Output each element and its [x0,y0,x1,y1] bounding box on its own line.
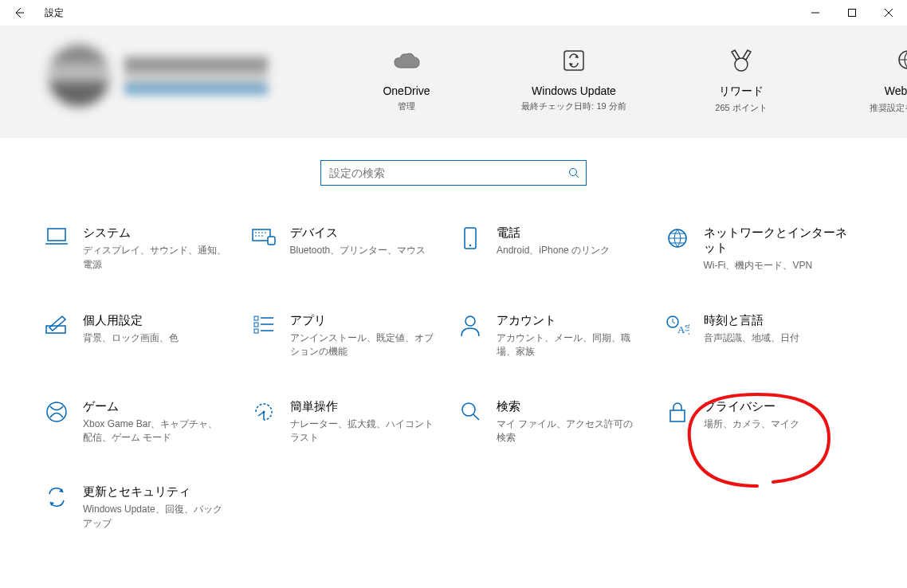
apps-list-icon [247,313,281,334]
xbox-icon [40,399,73,423]
svg-point-19 [47,402,66,421]
sync-arrows-icon [40,484,73,508]
svg-point-21 [462,403,475,416]
svg-point-20 [262,410,265,413]
keyboard-icon [247,225,281,246]
minimize-icon [811,9,819,17]
category-desc: Android、iPhone のリンク [497,244,610,257]
category-privacy[interactable]: プライバシー 場所、カメラ、マイク [661,399,868,445]
globe-icon [661,225,694,249]
tile-desc: 管理 [398,100,415,112]
svg-rect-6 [48,229,65,241]
maximize-icon [848,9,856,17]
svg-rect-14 [254,323,258,327]
settings-window: 設定 OneDrive 管理 [0,0,907,588]
category-label: 個人用設定 [83,313,179,328]
maximize-button[interactable] [834,0,870,25]
category-desc: 音声認識、地域、日付 [704,331,799,345]
category-label: デバイス [290,225,426,241]
tile-label: リワード [719,84,764,99]
svg-text:A字: A字 [677,323,689,335]
category-personalization[interactable]: 個人用設定 背景、ロック画面、色 [40,313,247,359]
close-button[interactable] [870,0,907,25]
window-controls [797,0,907,25]
search-icon [562,167,586,178]
category-search[interactable]: 検索 マイ ファイル、アクセス許可の検索 [454,399,661,445]
category-phone[interactable]: 電話 Android、iPhone のリンク [454,225,661,272]
category-desc: アカウント、メール、同期、職場、家族 [497,331,640,359]
svg-point-5 [570,169,577,176]
svg-point-10 [469,245,471,246]
pen-icon [40,313,73,335]
category-label: 検索 [497,399,640,414]
search-input[interactable] [321,167,562,179]
sync-icon [563,45,585,76]
category-time-language[interactable]: A字 時刻と言語 音声認識、地域、日付 [661,313,868,359]
category-desc: ナレーター、拡大鏡、ハイコントラスト [290,417,434,445]
svg-rect-13 [254,316,258,320]
category-system[interactable]: システム ディスプレイ、サウンド、通知、電源 [40,225,247,272]
category-label: アカウント [497,313,640,328]
category-apps[interactable]: アプリ アンインストール、既定値、オプションの機能 [247,313,454,359]
tile-label: Web 閲覧 [885,84,907,99]
category-desc: Xbox Game Bar、キャプチャ、配信、ゲーム モード [83,417,226,445]
category-accounts[interactable]: アカウント アカウント、メール、同期、職場、家族 [454,313,661,359]
laptop-icon [40,225,73,246]
svg-point-2 [735,58,748,71]
window-title: 設定 [38,6,64,20]
category-label: ネットワークとインターネット [704,225,847,256]
svg-rect-8 [268,237,275,245]
category-label: システム [83,225,226,241]
minimize-button[interactable] [797,0,834,25]
tile-web-browsing[interactable]: Web 閲覧 推奨設定を復元する [853,45,907,114]
category-desc: 場所、カメラ、マイク [704,417,799,431]
cloud-icon [393,45,420,76]
avatar [48,45,110,107]
search-icon [454,399,487,421]
tile-desc: 最終チェック日時: 19 分前 [521,100,626,112]
search-box[interactable] [320,160,587,186]
category-label: プライバシー [704,399,799,414]
search-wrap [0,160,907,186]
profile-name [124,57,268,95]
header-area: OneDrive 管理 Windows Update 最終チェック日時: 19 … [0,25,907,138]
category-desc: アンインストール、既定値、オプションの機能 [290,331,434,359]
tile-onedrive[interactable]: OneDrive 管理 [351,45,462,114]
category-ease-of-access[interactable]: 簡単操作 ナレーター、拡大鏡、ハイコントラスト [247,399,454,445]
person-icon [454,313,487,337]
category-label: ゲーム [83,399,226,414]
tile-label: Windows Update [532,84,616,97]
category-grid: システム ディスプレイ、サウンド、通知、電源 デバイス Bluetooth、プリ… [0,186,907,531]
category-gaming[interactable]: ゲーム Xbox Game Bar、キャプチャ、配信、ゲーム モード [40,399,247,445]
svg-rect-12 [46,326,65,333]
lock-icon [661,399,694,423]
category-desc: Windows Update、回復、バックアップ [83,503,226,531]
tile-desc: 推奨設定を復元する [870,102,908,114]
category-desc: ディスプレイ、サウンド、通知、電源 [83,244,226,272]
category-network[interactable]: ネットワークとインターネット Wi-Fi、機内モード、VPN [661,225,868,272]
tile-windows-update[interactable]: Windows Update 最終チェック日時: 19 分前 [518,45,630,114]
globe-badge-icon [897,45,907,76]
tile-rewards[interactable]: リワード 265 ポイント [685,45,797,114]
category-desc: Wi-Fi、機内モード、VPN [704,259,847,272]
category-label: 時刻と言語 [704,313,799,328]
category-label: アプリ [290,313,434,328]
back-button[interactable] [0,0,38,25]
category-desc: Bluetooth、プリンター、マウス [290,244,426,257]
tiles-row: OneDrive 管理 Windows Update 最終チェック日時: 19 … [351,45,907,114]
category-label: 簡単操作 [290,399,434,414]
svg-rect-22 [670,410,685,421]
svg-rect-0 [849,10,856,17]
category-label: 電話 [497,225,610,241]
titlebar: 設定 [0,0,907,25]
svg-point-16 [465,316,475,326]
close-icon [885,9,893,17]
svg-rect-15 [254,329,258,333]
category-devices[interactable]: デバイス Bluetooth、プリンター、マウス [247,225,454,272]
tile-desc: 265 ポイント [715,102,767,114]
category-desc: 背景、ロック画面、色 [83,331,179,345]
profile-block[interactable] [48,45,319,107]
category-update-security[interactable]: 更新とセキュリティ Windows Update、回復、バックアップ [40,484,247,531]
tile-label: OneDrive [383,84,430,97]
medal-icon [730,45,752,76]
